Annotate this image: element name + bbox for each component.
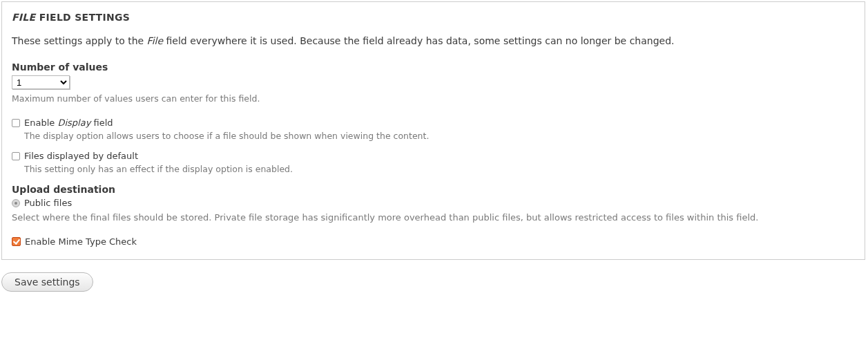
- upload-destination-heading: Upload destination: [12, 184, 855, 195]
- number-of-values-select[interactable]: 1: [12, 75, 70, 89]
- number-of-values-block: Number of values 1 Maximum number of val…: [12, 62, 855, 104]
- files-default-description: This setting only has an effect if the d…: [24, 164, 855, 174]
- enable-mime-checkbox[interactable]: [12, 237, 21, 246]
- enable-mime-row[interactable]: Enable Mime Type Check: [12, 236, 855, 247]
- enable-display-description: The display option allows users to choos…: [24, 131, 855, 141]
- enable-display-block: Enable Display field The display option …: [12, 118, 855, 141]
- files-default-row[interactable]: Files displayed by default: [12, 151, 855, 161]
- number-of-values-label: Number of values: [12, 62, 855, 73]
- number-of-values-select-wrap: 1: [12, 75, 855, 89]
- save-settings-button[interactable]: Save settings: [1, 272, 93, 292]
- intro-italic: File: [147, 35, 163, 46]
- files-default-checkbox[interactable]: [12, 152, 20, 160]
- enable-mime-block: Enable Mime Type Check: [12, 236, 855, 247]
- files-default-label: Files displayed by default: [24, 151, 138, 161]
- enable-display-label-italic: Display: [57, 118, 90, 128]
- upload-destination-description: Select where the final files should be s…: [12, 212, 855, 223]
- legend-rest: Field Settings: [35, 12, 130, 23]
- enable-mime-label: Enable Mime Type Check: [25, 236, 137, 247]
- public-files-row[interactable]: Public files: [12, 198, 855, 208]
- upload-destination-block: Upload destination Public files Select w…: [12, 184, 855, 223]
- number-of-values-description: Maximum number of values users can enter…: [12, 93, 855, 104]
- intro-before: These settings apply to the: [12, 35, 147, 46]
- enable-display-label: Enable Display field: [24, 118, 113, 128]
- enable-display-label-before: Enable: [24, 118, 57, 128]
- enable-display-label-after: field: [90, 118, 113, 128]
- intro-after: field everywhere it is used. Because the…: [163, 35, 674, 46]
- enable-display-checkbox[interactable]: [12, 119, 20, 127]
- intro-text: These settings apply to the File field e…: [12, 35, 855, 46]
- public-files-radio[interactable]: [12, 199, 20, 207]
- public-files-label: Public files: [24, 198, 72, 208]
- legend-prefix: File: [12, 12, 35, 23]
- file-field-settings-fieldset: File Field Settings These settings apply…: [1, 1, 865, 260]
- enable-display-row[interactable]: Enable Display field: [12, 118, 855, 128]
- fieldset-legend: File Field Settings: [12, 12, 855, 23]
- files-default-block: Files displayed by default This setting …: [12, 151, 855, 174]
